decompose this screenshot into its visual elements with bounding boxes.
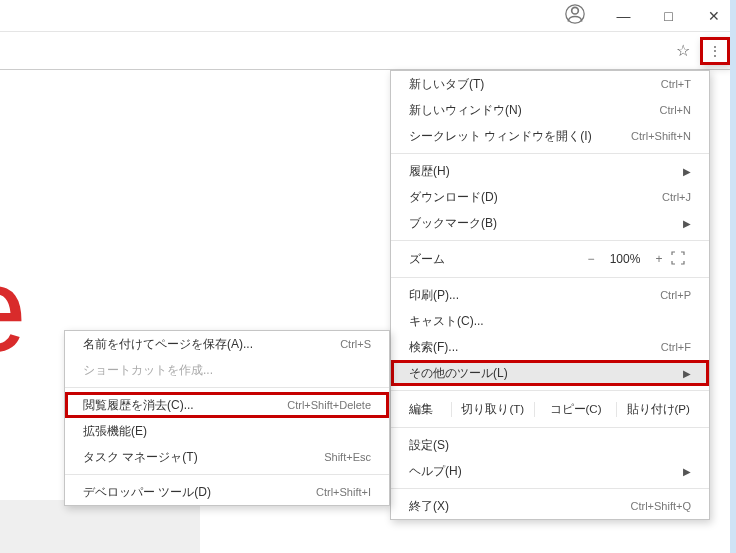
menu-zoom-row: ズーム − 100% +	[391, 245, 709, 273]
menu-label: 終了(X)	[409, 498, 449, 515]
menu-separator	[391, 427, 709, 428]
menu-label: 新しいタブ(T)	[409, 76, 484, 93]
submenu-clear-browsing-data[interactable]: 閲覧履歴を消去(C)... Ctrl+Shift+Delete	[65, 392, 389, 418]
menu-label: 名前を付けてページを保存(A)...	[83, 336, 253, 353]
zoom-value: 100%	[603, 252, 647, 266]
bookmark-star-icon[interactable]: ☆	[668, 37, 698, 65]
menu-help[interactable]: ヘルプ(H) ▶	[391, 458, 709, 484]
fullscreen-icon[interactable]	[671, 251, 691, 268]
zoom-out-button[interactable]: −	[579, 252, 603, 266]
menu-history[interactable]: 履歴(H) ▶	[391, 158, 709, 184]
menu-exit[interactable]: 終了(X) Ctrl+Shift+Q	[391, 493, 709, 519]
menu-find[interactable]: 検索(F)... Ctrl+F	[391, 334, 709, 360]
menu-accel: Ctrl+S	[340, 338, 371, 350]
menu-label: ブックマーク(B)	[409, 215, 497, 232]
zoom-in-button[interactable]: +	[647, 252, 671, 266]
menu-label: その他のツール(L)	[409, 365, 508, 382]
submenu-extensions[interactable]: 拡張機能(E)	[65, 418, 389, 444]
menu-accel: Ctrl+P	[660, 289, 691, 301]
menu-cast[interactable]: キャスト(C)...	[391, 308, 709, 334]
menu-label: ダウンロード(D)	[409, 189, 498, 206]
menu-bookmarks[interactable]: ブックマーク(B) ▶	[391, 210, 709, 236]
edit-label: 編集	[401, 401, 451, 418]
menu-accel: Ctrl+Shift+I	[316, 486, 371, 498]
window-right-edge	[730, 0, 736, 553]
menu-label: デベロッパー ツール(D)	[83, 484, 211, 501]
submenu-arrow-icon: ▶	[683, 218, 691, 229]
menu-label: 設定(S)	[409, 437, 449, 454]
menu-label: 拡張機能(E)	[83, 423, 147, 440]
menu-label: ショートカットを作成...	[83, 362, 213, 379]
menu-accel: Ctrl+N	[660, 104, 691, 116]
menu-accel: Shift+Esc	[324, 451, 371, 463]
menu-accel: Ctrl+T	[661, 78, 691, 90]
account-icon[interactable]	[565, 4, 589, 28]
menu-label: タスク マネージャ(T)	[83, 449, 198, 466]
submenu-arrow-icon: ▶	[683, 166, 691, 177]
menu-label: シークレット ウィンドウを開く(I)	[409, 128, 592, 145]
submenu-developer-tools[interactable]: デベロッパー ツール(D) Ctrl+Shift+I	[65, 479, 389, 505]
menu-label: 履歴(H)	[409, 163, 450, 180]
menu-new-window[interactable]: 新しいウィンドウ(N) Ctrl+N	[391, 97, 709, 123]
more-tools-submenu: 名前を付けてページを保存(A)... Ctrl+S ショートカットを作成... …	[64, 330, 390, 506]
menu-label: キャスト(C)...	[409, 313, 484, 330]
menu-accel: Ctrl+Shift+Delete	[287, 399, 371, 411]
edit-paste-button[interactable]: 貼り付け(P)	[616, 402, 699, 417]
menu-separator	[391, 277, 709, 278]
menu-label: ヘルプ(H)	[409, 463, 462, 480]
menu-print[interactable]: 印刷(P)... Ctrl+P	[391, 282, 709, 308]
menu-label: 閲覧履歴を消去(C)...	[83, 397, 194, 414]
menu-more-tools[interactable]: その他のツール(L) ▶	[391, 360, 709, 386]
menu-accel: Ctrl+Shift+N	[631, 130, 691, 142]
menu-label: 検索(F)...	[409, 339, 458, 356]
menu-separator	[391, 390, 709, 391]
page-card-fragment	[0, 500, 200, 553]
menu-downloads[interactable]: ダウンロード(D) Ctrl+J	[391, 184, 709, 210]
edit-copy-button[interactable]: コピー(C)	[534, 402, 617, 417]
submenu-arrow-icon: ▶	[683, 368, 691, 379]
menu-separator	[65, 474, 389, 475]
menu-separator	[391, 240, 709, 241]
menu-accel: Ctrl+F	[661, 341, 691, 353]
maximize-button[interactable]: □	[646, 0, 691, 32]
menu-accel: Ctrl+J	[662, 191, 691, 203]
menu-label: 印刷(P)...	[409, 287, 459, 304]
menu-settings[interactable]: 設定(S)	[391, 432, 709, 458]
menu-new-tab[interactable]: 新しいタブ(T) Ctrl+T	[391, 71, 709, 97]
menu-separator	[391, 488, 709, 489]
chrome-menu-button[interactable]: ⋮	[700, 37, 730, 65]
submenu-task-manager[interactable]: タスク マネージャ(T) Shift+Esc	[65, 444, 389, 470]
menu-separator	[65, 387, 389, 388]
submenu-save-as[interactable]: 名前を付けてページを保存(A)... Ctrl+S	[65, 331, 389, 357]
svg-point-0	[572, 7, 579, 14]
edit-cut-button[interactable]: 切り取り(T)	[451, 402, 534, 417]
menu-separator	[391, 153, 709, 154]
browser-toolbar: ☆ S ⋮	[0, 32, 736, 70]
zoom-label: ズーム	[409, 251, 579, 268]
page-logo-fragment: e	[0, 240, 17, 378]
menu-edit-row: 編集 切り取り(T) コピー(C) 貼り付け(P)	[391, 395, 709, 423]
submenu-arrow-icon: ▶	[683, 466, 691, 477]
menu-accel: Ctrl+Shift+Q	[630, 500, 691, 512]
menu-incognito[interactable]: シークレット ウィンドウを開く(I) Ctrl+Shift+N	[391, 123, 709, 149]
submenu-create-shortcut[interactable]: ショートカットを作成...	[65, 357, 389, 383]
menu-label: 新しいウィンドウ(N)	[409, 102, 522, 119]
window-titlebar: — □ ✕	[0, 0, 736, 32]
minimize-button[interactable]: —	[601, 0, 646, 32]
chrome-main-menu: 新しいタブ(T) Ctrl+T 新しいウィンドウ(N) Ctrl+N シークレッ…	[390, 70, 710, 520]
